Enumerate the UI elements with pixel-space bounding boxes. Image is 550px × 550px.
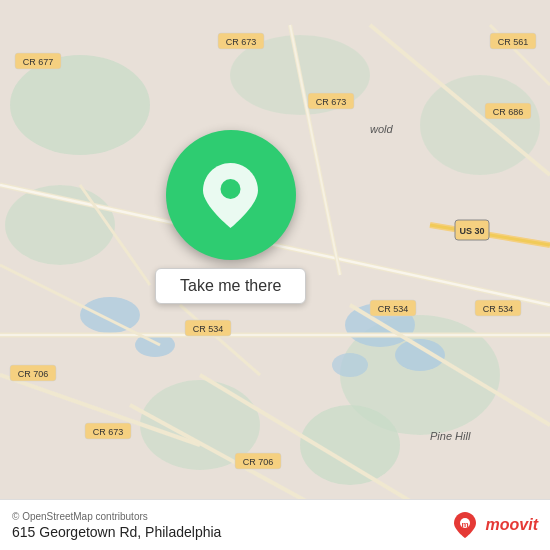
svg-point-1 [10, 55, 150, 155]
svg-text:CR 677: CR 677 [23, 57, 54, 67]
svg-text:CR 534: CR 534 [483, 304, 514, 314]
svg-text:Pine Hill: Pine Hill [430, 430, 471, 442]
bottom-bar: © OpenStreetMap contributors 615 Georget… [0, 499, 550, 550]
moovit-logo: m moovit [448, 508, 538, 542]
cta-container: Take me there [155, 130, 306, 304]
moovit-logo-icon: m [448, 508, 482, 542]
svg-text:CR 706: CR 706 [18, 369, 49, 379]
moovit-text: moovit [486, 516, 538, 534]
svg-text:US 30: US 30 [459, 226, 484, 236]
svg-text:CR 534: CR 534 [193, 324, 224, 334]
svg-text:CR 673: CR 673 [226, 37, 257, 47]
svg-point-8 [80, 297, 140, 333]
svg-point-11 [395, 339, 445, 371]
svg-text:CR 561: CR 561 [498, 37, 529, 47]
svg-point-12 [332, 353, 368, 377]
svg-text:CR 673: CR 673 [316, 97, 347, 107]
svg-text:CR 686: CR 686 [493, 107, 524, 117]
svg-text:wold: wold [370, 123, 394, 135]
svg-point-56 [221, 179, 241, 199]
svg-point-6 [420, 75, 540, 175]
map-attribution: © OpenStreetMap contributors [12, 511, 221, 522]
location-circle [166, 130, 296, 260]
address-label: 615 Georgetown Rd, Philadelphia [12, 524, 221, 540]
location-pin-icon [203, 163, 258, 228]
svg-text:m: m [461, 520, 468, 529]
map-container: CR 677 CR 673 CR 561 CR 673 CR 686 wold … [0, 0, 550, 550]
svg-text:CR 706: CR 706 [243, 457, 274, 467]
svg-text:CR 534: CR 534 [378, 304, 409, 314]
svg-text:CR 673: CR 673 [93, 427, 124, 437]
take-me-there-button[interactable]: Take me there [155, 268, 306, 304]
